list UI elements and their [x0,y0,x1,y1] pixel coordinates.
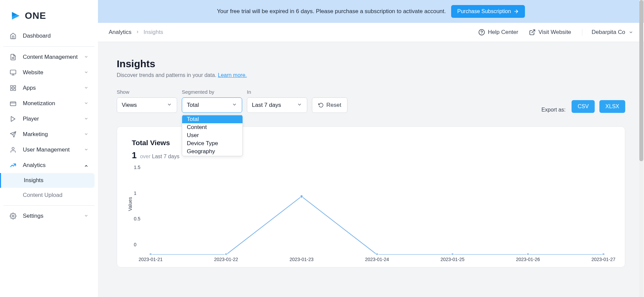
nav-label: Monetization [23,100,78,107]
nav-label: Player [23,116,78,122]
segmented-option[interactable]: User [182,131,243,139]
breadcrumb-root[interactable]: Analytics [109,29,131,36]
nav-label: Apps [23,85,78,91]
segmented-option[interactable]: Content [182,123,243,131]
breadcrumb: Analytics Insights [109,29,163,36]
svg-rect-6 [14,86,16,88]
sidebar-item-dashboard[interactable]: Dashboard [3,28,95,44]
y-tick: 0 [134,242,137,247]
svg-point-24 [527,253,529,255]
controls: Show Views Segmented by Total TotalConte… [117,89,625,113]
segmented-select[interactable]: Total [182,97,242,113]
chevron-down-icon [84,132,89,137]
trial-banner: Your free trial will be expired in 6 day… [98,0,644,23]
chart-svg [144,167,610,255]
segmented-option[interactable]: Total [182,115,243,123]
content: Insights Discover trends and patterns in… [98,42,644,297]
y-tick: 1.5 [134,165,140,170]
svg-point-14 [12,215,14,217]
in-select[interactable]: Last 7 days [247,97,307,113]
nav-label: Content Management [23,54,78,60]
monitor-icon [9,69,17,76]
topbar-right: Help Center Visit Website Debarpita Co [478,29,633,36]
logo-icon [10,10,21,22]
x-tick: 2023-01-22 [214,257,238,262]
y-tick: 0.5 [134,216,140,221]
segmented-option[interactable]: Device Type [182,139,243,147]
page-subtitle: Discover trends and patterns in your dat… [117,72,625,78]
help-center-link[interactable]: Help Center [478,29,518,36]
sidebar-item-content-management[interactable]: Content Management [3,49,95,65]
breadcrumb-current: Insights [144,29,163,36]
svg-rect-5 [11,86,13,88]
svg-point-13 [12,147,14,150]
account-dropdown[interactable]: Debarpita Co [582,29,633,36]
logo[interactable]: ONE [0,0,98,28]
sidebar-item-player[interactable]: Player [3,111,95,127]
grid-icon [9,84,17,92]
nav-label: Dashboard [23,33,89,39]
chevron-down-icon [84,54,89,60]
subtitle-text: Discover trends and patterns in your dat… [117,72,218,78]
show-select[interactable]: Views [117,97,177,113]
select-value: Views [122,102,137,109]
subnav-insights[interactable]: Insights [0,173,95,188]
select-value: Last 7 days [252,102,281,109]
scrollbar-thumb[interactable] [639,0,643,161]
chevron-up-icon [84,163,89,168]
svg-rect-2 [10,70,16,74]
svg-rect-8 [14,89,16,91]
play-icon [9,115,17,123]
svg-point-22 [376,253,378,255]
reset-icon [318,102,324,108]
button-label: Purchase Subscription [457,8,511,14]
purchase-subscription-button[interactable]: Purchase Subscription [451,5,525,18]
page-title: Insights [117,58,625,70]
segmented-option[interactable]: Geography [182,147,243,156]
nav-label: Settings [23,213,78,219]
learn-more-link[interactable]: Learn more. [218,72,247,78]
chevron-down-icon [84,101,89,107]
sidebar-nav: Dashboard Content Management Website [0,28,98,224]
sidebar-item-analytics[interactable]: Analytics [3,158,95,173]
in-label: In [247,89,307,95]
svg-marker-10 [11,117,15,122]
send-icon [9,131,17,138]
x-tick: 2023-01-25 [440,257,465,262]
svg-point-23 [451,253,454,255]
main: Your free trial will be expired in 6 day… [98,0,644,297]
chevron-down-icon [167,102,172,109]
x-tick: 2023-01-26 [516,257,540,262]
sidebar-item-user-management[interactable]: User Management [3,142,95,158]
chevron-down-icon [84,116,89,122]
nav-label: Marketing [23,131,78,138]
chevron-right-icon [136,29,140,36]
sidebar-item-website[interactable]: Website [3,65,95,80]
x-tick: 2023-01-24 [365,257,389,262]
sidebar-item-marketing[interactable]: Marketing [3,127,95,142]
sidebar-item-apps[interactable]: Apps [3,80,95,96]
chevron-down-icon [232,102,237,109]
file-icon [9,53,17,61]
chart-over: over [140,154,150,159]
export-csv-button[interactable]: CSV [572,100,595,113]
nav-separator [3,46,95,47]
svg-point-19 [149,253,152,255]
nav-label: Analytics [23,162,78,169]
logo-text: ONE [25,10,46,21]
link-label: Visit Website [538,29,571,36]
nav-separator [3,205,95,206]
export-xlsx-button[interactable]: XLSX [599,100,625,113]
visit-website-link[interactable]: Visit Website [529,29,571,36]
reset-button[interactable]: Reset [312,97,347,113]
chevron-down-icon [84,85,89,91]
analytics-subnav: Insights Content Upload [3,173,95,203]
nav-label: Website [23,69,78,76]
chart-range-text: Last 7 days [152,154,179,159]
nav-label: User Management [23,146,78,153]
chart-plot: 00.511.52023-01-212023-01-222023-01-2320… [144,167,610,255]
sidebar-item-monetization[interactable]: Monetization [3,96,95,111]
sidebar-item-settings[interactable]: Settings [3,208,95,224]
subnav-content-upload[interactable]: Content Upload [3,188,95,203]
svg-rect-9 [10,102,16,106]
